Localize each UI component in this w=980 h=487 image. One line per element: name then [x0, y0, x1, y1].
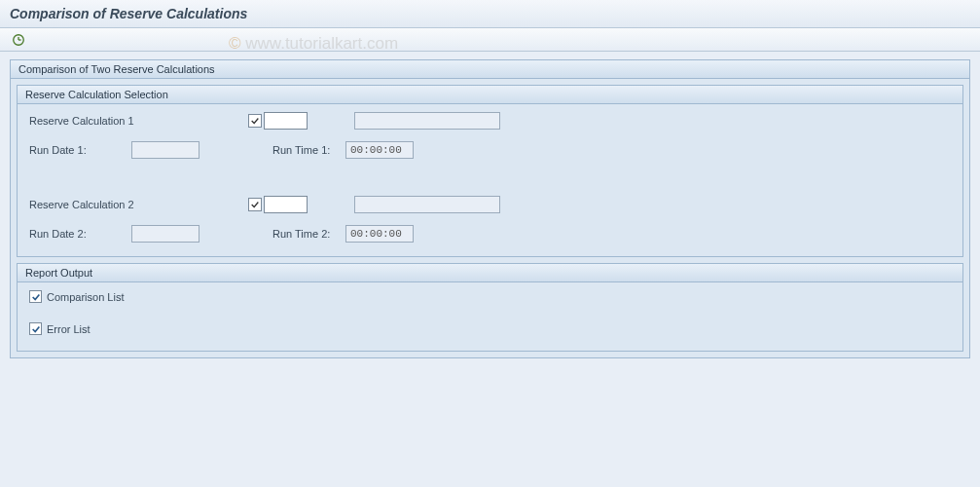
date2-row: Run Date 2: Run Time 2: 00:00:00 [29, 225, 951, 243]
calc2-desc [354, 196, 500, 213]
rundate1-input [131, 141, 200, 159]
runtime2-label: Run Time 2: [272, 228, 345, 240]
error-list-row: Error List [29, 322, 951, 335]
title-bar: Comparison of Reserve Calculations [0, 0, 980, 28]
output-group: Report Output Comparison List [17, 263, 963, 352]
comparison-group: Comparison of Two Reserve Calculations R… [10, 59, 970, 358]
check-icon [31, 324, 41, 334]
comparison-list-row: Comparison List [29, 290, 951, 303]
rundate2-input [131, 225, 200, 243]
content-area: Comparison of Two Reserve Calculations R… [0, 52, 980, 372]
selection-group-title: Reserve Calculation Selection [18, 86, 962, 104]
rundate2-label: Run Date 2: [29, 228, 131, 240]
toolbar [0, 28, 980, 52]
page-title: Comparison of Reserve Calculations [10, 6, 970, 21]
execute-button[interactable] [10, 31, 27, 49]
runtime1-label: Run Time 1: [272, 144, 345, 156]
comparison-list-checkbox[interactable] [29, 290, 42, 303]
calc1-input[interactable] [264, 112, 308, 130]
clock-icon [12, 33, 25, 47]
comparison-group-title: Comparison of Two Reserve Calculations [11, 60, 969, 79]
calc2-indicator[interactable] [248, 198, 262, 211]
runtime2-value: 00:00:00 [345, 225, 414, 243]
check-icon [250, 116, 260, 126]
error-list-checkbox[interactable] [29, 322, 42, 335]
output-group-title: Report Output [18, 264, 962, 282]
calc1-desc [354, 112, 500, 130]
date1-row: Run Date 1: Run Time 1: 00:00:00 [29, 141, 951, 159]
error-list-label: Error List [47, 323, 91, 335]
calc2-row: Reserve Calculation 2 [29, 196, 951, 213]
calc2-label: Reserve Calculation 2 [29, 199, 248, 210]
rundate1-label: Run Date 1: [29, 144, 131, 156]
selection-group: Reserve Calculation Selection Reserve Ca… [17, 85, 963, 257]
calc1-row: Reserve Calculation 1 [29, 112, 951, 130]
check-icon [250, 200, 260, 209]
calc2-input[interactable] [264, 196, 308, 213]
check-icon [31, 292, 41, 302]
calc1-indicator[interactable] [248, 114, 262, 128]
calc1-label: Reserve Calculation 1 [29, 115, 248, 127]
runtime1-value: 00:00:00 [345, 141, 414, 159]
comparison-list-label: Comparison List [47, 291, 124, 303]
